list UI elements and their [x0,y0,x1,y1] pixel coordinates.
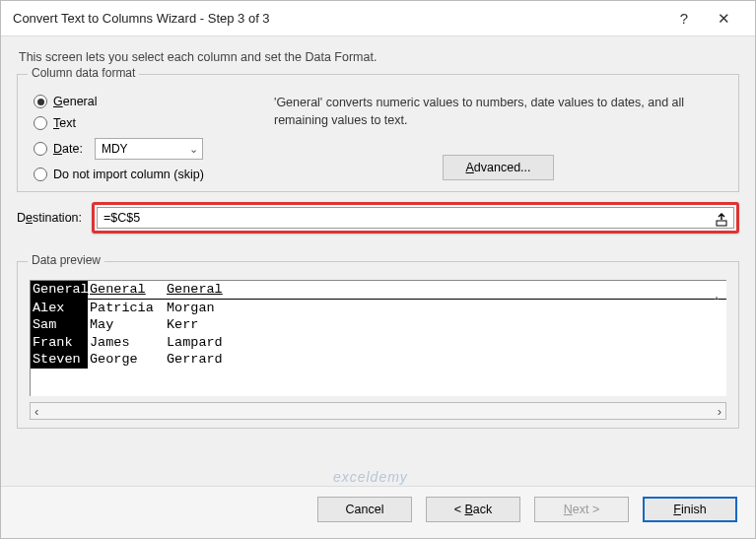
titlebar: Convert Text to Columns Wizard - Step 3 … [1,1,755,36]
range-picker-icon[interactable] [711,209,732,231]
col-header-3[interactable]: General [165,281,726,299]
destination-value: =$C$5 [103,211,140,225]
col-header-2[interactable]: General [88,281,165,299]
table-cell: Gerrard [165,351,726,369]
window-title: Convert Text to Columns Wizard - Step 3 … [13,11,664,26]
radio-general[interactable]: General [34,95,250,108]
advanced-button[interactable]: Advanced... [443,155,553,180]
horizontal-scrollbar[interactable]: ‹ › [30,402,726,420]
cancel-button[interactable]: Cancel [317,497,412,522]
table-cell: May [88,316,165,334]
close-icon[interactable]: ✕ [704,1,743,36]
table-cell: Patricia [88,300,165,317]
radio-text-label: ext [59,116,76,130]
next-button[interactable]: Next > [534,497,629,522]
preview-title: Data preview [28,253,104,267]
column-data-format-group: Column data format General Text Date: MD… [17,74,739,192]
finish-button[interactable]: Finish [643,497,737,522]
radio-date[interactable]: Date: MDY ⌄ [34,138,250,160]
table-cell: Lampard [165,334,726,352]
table-cell: Sam [31,316,88,334]
data-preview-grid[interactable]: ˄ General General General AlexPatriciaMo… [30,280,726,396]
table-cell: Frank [31,334,88,352]
date-format-select[interactable]: MDY ⌄ [95,138,203,160]
table-cell: James [88,334,165,352]
date-format-value: MDY [102,142,128,156]
radio-skip[interactable]: Do not import column (skip) [34,168,250,181]
dialog-footer: Cancel < Back Next > Finish [1,486,755,538]
chevron-down-icon: ⌄ [189,143,198,156]
destination-label: Destination: [17,211,82,225]
scroll-left-icon[interactable]: ‹ [34,404,38,419]
destination-highlight: =$C$5 [92,202,739,234]
radio-icon [34,168,47,181]
table-cell: Kerr [165,316,726,334]
scroll-up-icon[interactable]: ˄ [709,297,724,312]
data-preview-group: Data preview ˄ General General General A… [17,261,739,429]
table-cell: Alex [31,300,88,317]
radio-date-label: ate: [62,142,83,156]
radio-skip-label: Do not import column (skip) [53,168,204,181]
col-header-1[interactable]: General [31,281,88,299]
help-icon[interactable]: ? [664,1,704,36]
format-note: 'General' converts numeric values to num… [274,95,722,129]
dialog-window: Convert Text to Columns Wizard - Step 3 … [0,0,756,539]
group-title: Column data format [28,66,139,80]
scroll-right-icon[interactable]: › [718,404,722,419]
table-cell: Steven [31,351,88,369]
radio-icon [34,142,47,156]
radio-general-label: eneral [63,95,98,108]
table-cell: George [88,351,165,369]
svg-rect-0 [717,221,726,226]
radio-text[interactable]: Text [34,116,250,130]
table-cell: Morgan [165,300,726,317]
radio-icon [34,95,47,108]
destination-input[interactable]: =$C$5 [97,207,734,229]
back-button[interactable]: < Back [426,497,520,522]
radio-icon [34,116,47,130]
